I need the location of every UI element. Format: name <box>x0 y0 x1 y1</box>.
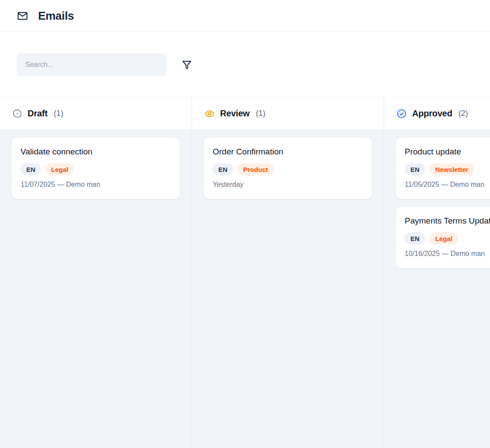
language-badge: EN <box>405 163 425 175</box>
category-badge: Newsletter <box>430 163 474 175</box>
kanban-board: Draft (1) Validate connection EN Legal 1… <box>0 98 490 448</box>
column-review-header: Review (1) <box>192 98 384 130</box>
email-card-title: Order Confirmation <box>213 147 363 157</box>
column-draft-header: Draft (1) <box>0 98 192 130</box>
filter-icon <box>182 60 192 70</box>
email-card-title: Validate connection <box>21 147 171 157</box>
email-card-meta: 10/16/2025 — Demo man <box>405 250 490 258</box>
filter-button[interactable] <box>182 60 192 70</box>
category-badge: Legal <box>430 232 458 245</box>
email-card-meta: Yesterday <box>213 181 363 189</box>
badge-row: EN Legal <box>405 232 490 245</box>
category-badge: Legal <box>46 163 74 175</box>
column-review: Review (1) Order Confirmation EN Product… <box>192 98 384 448</box>
badge-row: EN Legal <box>21 163 171 175</box>
column-title: Review <box>220 108 250 119</box>
language-badge: EN <box>21 163 41 175</box>
column-draft: Draft (1) Validate connection EN Legal 1… <box>0 98 192 448</box>
language-badge: EN <box>405 232 425 245</box>
email-card-title: Product update <box>405 147 490 157</box>
email-card[interactable]: Order Confirmation EN Product Yesterday <box>203 137 372 200</box>
eye-icon <box>204 108 215 119</box>
search-input[interactable] <box>17 53 167 76</box>
column-approved: Approved (2) Product update EN Newslette… <box>384 98 490 448</box>
column-review-body: Order Confirmation EN Product Yesterday <box>192 130 384 448</box>
column-count: (1) <box>54 109 63 118</box>
column-title: Draft <box>28 108 48 119</box>
column-count: (1) <box>256 109 266 118</box>
badge-row: EN Newsletter <box>405 163 490 175</box>
page-header: Emails <box>0 0 490 32</box>
emails-page: Emails Draft (1) <box>0 0 490 448</box>
circle-dot-icon <box>12 108 22 119</box>
email-card-meta: 11/05/2025 — Demo man <box>405 181 490 189</box>
column-approved-header: Approved (2) <box>384 98 490 130</box>
column-draft-body: Validate connection EN Legal 11/07/2025 … <box>0 130 192 448</box>
check-circle-icon <box>396 108 407 119</box>
column-count: (2) <box>458 109 468 118</box>
email-card[interactable]: Validate connection EN Legal 11/07/2025 … <box>11 137 180 200</box>
email-card[interactable]: Payments Terms Update EN Legal 10/16/202… <box>396 206 490 269</box>
language-badge: EN <box>213 163 233 175</box>
email-card-meta: 11/07/2025 — Demo man <box>21 181 171 189</box>
page-title: Emails <box>38 9 74 23</box>
category-badge: Product <box>238 163 274 175</box>
mail-icon <box>17 10 28 22</box>
badge-row: EN Product <box>213 163 363 175</box>
column-approved-body: Product update EN Newsletter 11/05/2025 … <box>384 130 490 448</box>
email-card-title: Payments Terms Update <box>405 216 490 226</box>
toolbar <box>0 32 490 98</box>
email-card[interactable]: Product update EN Newsletter 11/05/2025 … <box>396 137 490 200</box>
column-title: Approved <box>412 108 452 119</box>
